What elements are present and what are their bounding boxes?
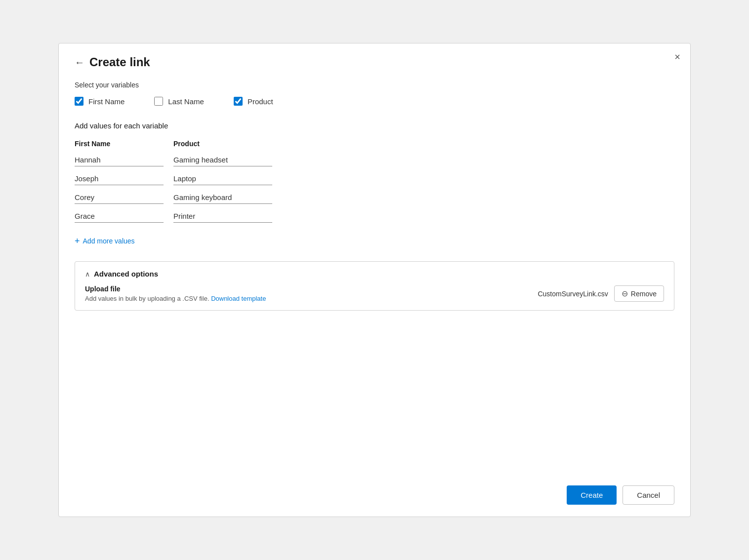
add-more-button[interactable]: + Add more values xyxy=(75,233,135,249)
add-values-label: Add values for each variable xyxy=(75,121,674,130)
download-template-link[interactable]: Download template xyxy=(211,295,266,302)
upload-info: Upload file Add values in bulk by upload… xyxy=(85,285,266,302)
first-name-checkbox-item[interactable]: First Name xyxy=(75,97,125,106)
table-row xyxy=(75,191,282,208)
dialog-header: ← Create link xyxy=(75,55,674,69)
select-variables-label: Select your variables xyxy=(75,81,674,89)
upload-desc-text: Add values in bulk by uploading a .CSV f… xyxy=(85,295,209,302)
add-more-label: Add more values xyxy=(83,237,135,245)
col-header-product: Product xyxy=(173,140,282,148)
firstname-input-2[interactable] xyxy=(75,172,164,185)
upload-label: Upload file xyxy=(85,285,266,293)
firstname-input-1[interactable] xyxy=(75,154,164,166)
remove-label: Remove xyxy=(631,290,657,298)
values-table: First Name Product xyxy=(75,140,282,229)
col-header-firstname: First Name xyxy=(75,140,173,148)
first-name-label: First Name xyxy=(88,97,125,106)
product-checkbox[interactable] xyxy=(234,97,243,106)
upload-actions: CustomSurveyLink.csv ⊖ Remove xyxy=(538,285,664,302)
last-name-label: Last Name xyxy=(168,97,204,106)
table-row xyxy=(75,154,282,170)
last-name-checkbox[interactable] xyxy=(154,97,163,106)
product-input-3[interactable] xyxy=(173,191,272,204)
advanced-title: Advanced options xyxy=(94,270,158,278)
section-add-values: Add values for each variable First Name … xyxy=(75,121,674,257)
cancel-button[interactable]: Cancel xyxy=(623,485,674,505)
advanced-header[interactable]: ∧ Advanced options xyxy=(85,270,664,278)
product-checkbox-item[interactable]: Product xyxy=(234,97,273,106)
last-name-checkbox-item[interactable]: Last Name xyxy=(154,97,204,106)
upload-row: Upload file Add values in bulk by upload… xyxy=(85,285,664,302)
firstname-input-4[interactable] xyxy=(75,210,164,223)
table-row xyxy=(75,172,282,189)
back-button[interactable]: ← xyxy=(75,57,84,68)
product-input-2[interactable] xyxy=(173,172,272,185)
plus-icon: + xyxy=(75,237,80,245)
product-label: Product xyxy=(248,97,273,106)
back-arrow-icon: ← xyxy=(75,57,84,68)
firstname-input-3[interactable] xyxy=(75,191,164,204)
dialog-title: Create link xyxy=(89,55,150,69)
chevron-up-icon: ∧ xyxy=(85,270,90,278)
table-row xyxy=(75,210,282,227)
close-button[interactable]: × xyxy=(674,51,680,63)
create-button[interactable]: Create xyxy=(567,485,617,505)
create-link-dialog: × ← Create link Select your variables Fi… xyxy=(58,43,691,517)
first-name-checkbox[interactable] xyxy=(75,97,83,106)
upload-desc: Add values in bulk by uploading a .CSV f… xyxy=(85,295,266,302)
product-input-1[interactable] xyxy=(173,154,272,166)
section-select-variables: Select your variables First Name Last Na… xyxy=(75,81,674,121)
uploaded-file-name: CustomSurveyLink.csv xyxy=(538,290,608,298)
remove-circle-icon: ⊖ xyxy=(622,289,628,298)
product-input-4[interactable] xyxy=(173,210,272,223)
advanced-options-section: ∧ Advanced options Upload file Add value… xyxy=(75,261,674,311)
values-header-row: First Name Product xyxy=(75,140,282,148)
remove-file-button[interactable]: ⊖ Remove xyxy=(614,285,664,302)
variables-row: First Name Last Name Product xyxy=(75,97,674,106)
footer-row: Create Cancel xyxy=(75,470,674,505)
